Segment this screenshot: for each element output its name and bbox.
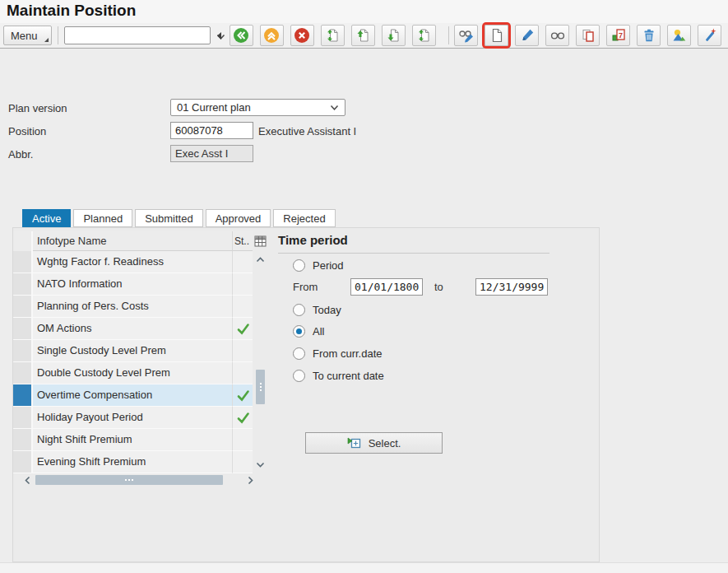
scroll-right-icon[interactable]: [244, 476, 257, 485]
back-button[interactable]: [230, 25, 253, 46]
infotype-name-cell[interactable]: Night Shift Premium: [33, 429, 233, 451]
exit-icon: [263, 27, 280, 44]
tab-rejected[interactable]: Rejected: [273, 209, 335, 227]
first-page-button[interactable]: [321, 25, 345, 46]
abbr-label: Abbr.: [8, 148, 33, 161]
infotype-name-cell[interactable]: Single Custody Level Prem: [33, 340, 233, 362]
tab-planned[interactable]: Planned: [73, 209, 132, 227]
row-selector-cell[interactable]: [13, 407, 33, 429]
command-input[interactable]: [65, 28, 216, 43]
horizontal-scrollbar[interactable]: [21, 474, 257, 486]
first-page-icon: [324, 27, 341, 44]
radio-label: Today: [313, 304, 341, 316]
back-icon: [233, 27, 249, 44]
tab-approved[interactable]: Approved: [206, 209, 271, 227]
abbr-field: Exec Asst I: [170, 145, 253, 162]
table-row[interactable]: Wghtg Factor f. Readiness: [13, 251, 253, 273]
position-input[interactable]: [170, 122, 253, 139]
row-selector-cell[interactable]: [13, 296, 33, 318]
vertical-scrollbar[interactable]: [255, 251, 266, 472]
infotype-name-cell[interactable]: OM Actions: [33, 318, 233, 340]
row-selector-cell[interactable]: [13, 384, 33, 407]
row-selector-cell[interactable]: [13, 273, 33, 296]
time-period-group: Time period Period From to TodayAllFrom …: [278, 233, 553, 247]
infotype-name-cell[interactable]: NATO Information: [33, 273, 233, 296]
scroll-up-icon[interactable]: [256, 253, 265, 265]
row-selector-cell[interactable]: [13, 340, 33, 362]
tab-active[interactable]: Active: [22, 209, 71, 227]
table-row[interactable]: OM Actions: [13, 318, 253, 340]
command-field[interactable]: [64, 26, 211, 44]
row-selector-cell[interactable]: [13, 251, 33, 273]
from-date-input[interactable]: [350, 278, 423, 296]
delete-button[interactable]: [637, 25, 661, 46]
tab-submitted[interactable]: Submitted: [135, 209, 203, 227]
table-row[interactable]: Holiday Payout Period: [13, 407, 253, 429]
tab-strip: ActivePlannedSubmittedApprovedRejected: [22, 209, 336, 227]
select-button-label: Select.: [369, 437, 401, 450]
select-button[interactable]: Select.: [305, 432, 443, 454]
table-row[interactable]: NATO Information: [13, 273, 253, 296]
radio-option-to-current-date[interactable]: To current date: [293, 369, 384, 382]
infotype-name-cell[interactable]: Holiday Payout Period: [33, 407, 233, 429]
table-row[interactable]: Single Custody Level Prem: [13, 340, 253, 362]
table-row[interactable]: Night Shift Premium: [13, 429, 253, 451]
radio-option-from-curr-date[interactable]: From curr.date: [293, 347, 383, 360]
display-button[interactable]: [545, 25, 569, 46]
collapse-toolbar-icon[interactable]: [216, 31, 222, 40]
infotype-name-cell[interactable]: Evening Shift Premium: [33, 451, 233, 473]
to-date-input[interactable]: [475, 278, 548, 296]
cancel-button[interactable]: [290, 25, 314, 46]
display-change-button[interactable]: [454, 25, 478, 46]
radio-option-today[interactable]: Today: [293, 303, 341, 316]
display-change-icon: [458, 27, 475, 44]
to-label: to: [434, 281, 443, 293]
plan-version-select[interactable]: 01 Current plan: [170, 99, 345, 116]
radio-icon[interactable]: [293, 347, 305, 360]
infotype-table-body: Wghtg Factor f. ReadinessNATO Informatio…: [13, 251, 253, 473]
radio-selected-icon[interactable]: [293, 325, 305, 338]
status-column-header[interactable]: St..: [233, 231, 253, 251]
overview-button[interactable]: [667, 25, 691, 46]
status-cell: [233, 251, 253, 273]
radio-icon[interactable]: [293, 370, 305, 382]
create-button[interactable]: [485, 25, 508, 46]
menu-button[interactable]: Menu: [3, 26, 52, 45]
infotype-name-column-header[interactable]: Infotype Name: [33, 231, 233, 251]
create-icon: [489, 27, 505, 44]
table-row[interactable]: Planning of Pers. Costs: [13, 296, 253, 318]
change-button[interactable]: [515, 25, 539, 46]
infotype-name-cell[interactable]: Wghtg Factor f. Readiness: [33, 251, 233, 273]
previous-page-button[interactable]: [351, 25, 375, 46]
radio-option-all[interactable]: All: [293, 324, 324, 338]
copy-button[interactable]: [576, 25, 600, 46]
radio-option-period[interactable]: Period: [293, 259, 344, 272]
position-label: Position: [8, 125, 46, 137]
row-selector-cell[interactable]: [13, 362, 33, 384]
table-settings-icon[interactable]: [254, 235, 267, 249]
scroll-left-icon[interactable]: [21, 476, 34, 485]
row-selector-cell[interactable]: [13, 318, 33, 340]
delimit-button[interactable]: 7: [606, 25, 630, 46]
infotype-name-cell[interactable]: Overtime Compensation: [33, 384, 233, 407]
last-page-button[interactable]: [412, 25, 436, 46]
infotype-name-cell[interactable]: Double Custody Level Prem: [33, 362, 233, 384]
row-selector-cell[interactable]: [13, 451, 33, 473]
exit-button[interactable]: [260, 25, 284, 46]
horizontal-scroll-thumb[interactable]: [35, 475, 223, 485]
select-all-cell[interactable]: [13, 231, 33, 251]
vertical-scroll-thumb[interactable]: [256, 370, 265, 404]
row-selector-cell[interactable]: [13, 429, 33, 451]
scroll-down-icon[interactable]: [256, 458, 265, 470]
last-page-icon: [415, 27, 432, 44]
table-row[interactable]: Overtime Compensation: [13, 384, 253, 407]
table-row[interactable]: Double Custody Level Prem: [13, 362, 253, 384]
radio-icon[interactable]: [293, 259, 305, 272]
radio-icon[interactable]: [293, 304, 305, 316]
table-row[interactable]: Evening Shift Premium: [13, 451, 253, 473]
content-panel: Infotype Name St.. Wghtg Factor f. Readi…: [12, 227, 600, 562]
horizontal-scroll-track[interactable]: [34, 475, 244, 485]
infotype-name-cell[interactable]: Planning of Pers. Costs: [33, 296, 233, 318]
next-page-button[interactable]: [382, 25, 406, 46]
execute-button[interactable]: [698, 25, 721, 46]
